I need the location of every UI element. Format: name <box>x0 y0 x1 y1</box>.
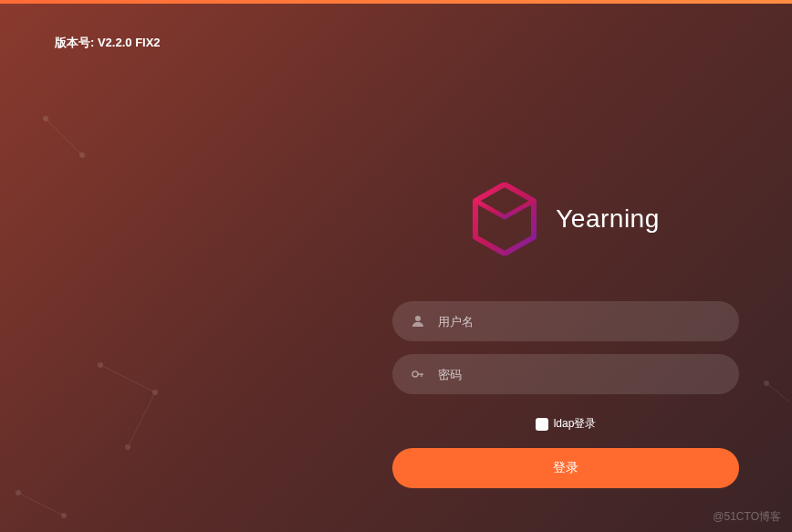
ldap-checkbox[interactable] <box>536 418 548 431</box>
svg-point-7 <box>125 444 130 450</box>
username-input[interactable] <box>438 315 721 329</box>
svg-point-4 <box>98 362 103 368</box>
key-icon <box>411 367 425 381</box>
cube-logo-icon <box>472 183 537 256</box>
svg-line-0 <box>46 119 82 155</box>
svg-point-12 <box>764 381 769 386</box>
login-form: Yearning ldap登录 登录 <box>383 183 748 488</box>
username-input-group[interactable] <box>392 301 739 341</box>
svg-line-8 <box>18 493 64 516</box>
svg-point-10 <box>61 513 67 518</box>
ldap-checkbox-row[interactable]: ldap登录 <box>536 416 597 432</box>
password-input-group[interactable] <box>392 354 739 394</box>
app-title: Yearning <box>556 204 660 234</box>
svg-point-2 <box>79 152 85 158</box>
svg-line-6 <box>128 392 155 447</box>
logo-row: Yearning <box>472 183 660 256</box>
svg-line-3 <box>100 365 155 392</box>
svg-line-11 <box>766 383 789 402</box>
svg-point-14 <box>412 371 418 377</box>
login-button-label: 登录 <box>553 460 578 476</box>
svg-point-1 <box>43 116 48 121</box>
password-input[interactable] <box>438 368 721 381</box>
version-label: 版本号: V2.2.0 FIX2 <box>55 35 161 51</box>
user-icon <box>411 314 425 329</box>
svg-point-13 <box>415 316 421 321</box>
login-button[interactable]: 登录 <box>392 448 739 488</box>
svg-point-9 <box>16 490 21 495</box>
watermark: @51CTO博客 <box>713 509 781 525</box>
ldap-checkbox-label: ldap登录 <box>554 416 597 432</box>
